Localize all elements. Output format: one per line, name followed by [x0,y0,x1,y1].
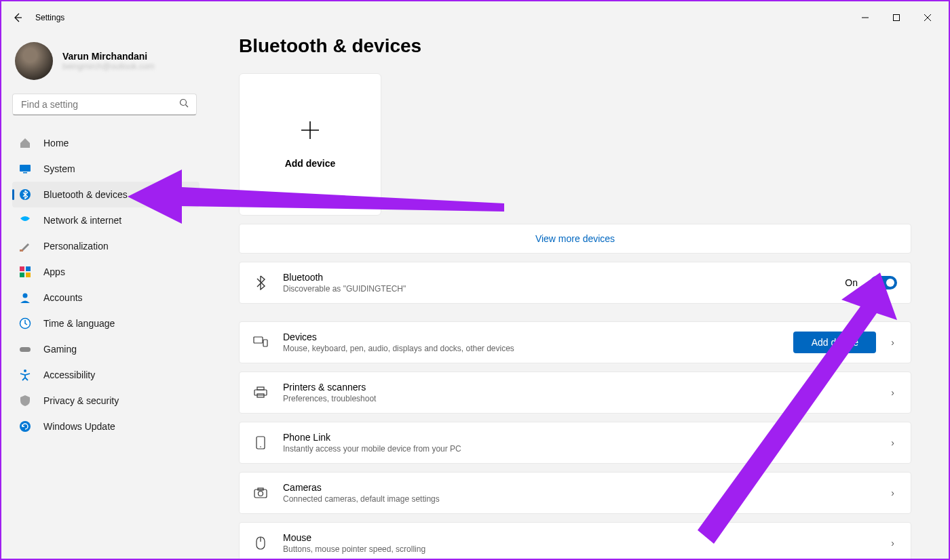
bluetooth-panel: Bluetooth Discoverable as "GUIDINGTECH" … [239,262,911,304]
svg-rect-6 [20,266,24,271]
arrow-left-icon [12,12,23,23]
panel-subtitle: Buttons, mouse pointer speed, scrolling [283,544,873,554]
sidebar-item-system[interactable]: System [12,156,200,182]
svg-rect-15 [254,337,263,343]
sidebar-item-apps[interactable]: Apps [12,259,200,285]
sync-icon [19,420,31,433]
sidebar-item-network[interactable]: Network & internet [12,207,200,233]
sidebar-item-privacy[interactable]: Privacy & security [12,388,200,414]
svg-rect-12 [20,347,31,352]
wifi-icon [19,214,31,226]
monitor-icon [19,163,31,175]
devices-panel[interactable]: Devices Mouse, keyboard, pen, audio, dis… [239,321,911,363]
svg-rect-18 [254,390,267,395]
svg-rect-9 [26,273,31,277]
chevron-right-icon: › [888,487,897,498]
sidebar-item-label: Bluetooth & devices [43,189,128,200]
panel-title: Cameras [283,482,873,493]
brush-icon [19,240,31,252]
close-button[interactable] [912,7,943,28]
sidebar-item-bluetooth[interactable]: Bluetooth & devices [12,182,200,207]
panel-subtitle: Connected cameras, default image setting… [283,494,873,504]
sidebar-item-label: Windows Update [43,421,115,432]
add-device-card[interactable]: Add device [239,73,381,216]
add-device-button[interactable]: Add device [793,332,876,353]
window-title: Settings [35,13,64,22]
sidebar-item-label: Time & language [43,318,115,329]
sidebar-item-update[interactable]: Windows Update [12,414,200,439]
printer-icon [253,386,268,399]
profile-email: beingmirch@outlook.com [62,62,155,71]
svg-rect-8 [20,273,24,277]
svg-rect-7 [26,266,31,271]
shield-icon [19,395,31,407]
phone-icon [253,436,268,449]
bluetooth-state-label: On [845,277,858,288]
titlebar: Settings [1,1,949,34]
sidebar-item-label: Home [43,138,69,148]
panel-subtitle: Instantly access your mobile device from… [283,444,873,454]
search-icon [179,98,189,111]
minimize-icon [862,14,869,21]
chevron-right-icon: › [888,387,897,398]
clock-globe-icon [19,317,31,329]
svg-point-23 [259,492,263,496]
profile-name: Varun Mirchandani [62,51,155,62]
plus-icon [300,120,320,146]
back-button[interactable] [7,7,28,28]
svg-point-10 [23,294,28,298]
sidebar-item-label: Accessibility [43,369,95,380]
svg-rect-2 [20,165,31,172]
devices-subtitle: Mouse, keyboard, pen, audio, displays an… [283,344,778,353]
printers-panel[interactable]: Printers & scanners Preferences, trouble… [239,372,911,414]
devices-icon [253,336,268,348]
svg-rect-0 [894,15,900,21]
panel-title: Phone Link [283,432,873,443]
sidebar-item-accounts[interactable]: Accounts [12,285,200,311]
maximize-button[interactable] [881,7,912,28]
devices-title: Devices [283,332,778,342]
view-more-devices-link[interactable]: View more devices [239,224,911,254]
svg-rect-22 [254,489,267,498]
sidebar-item-gaming[interactable]: Gaming [12,336,200,362]
mouse-panel[interactable]: Mouse Buttons, mouse pointer speed, scro… [239,522,911,559]
sidebar-item-label: Gaming [43,344,77,355]
svg-rect-5 [20,249,23,252]
search-input[interactable] [12,94,197,115]
phone-link-panel[interactable]: Phone Link Instantly access your mobile … [239,422,911,464]
sidebar: Varun Mirchandani beingmirch@outlook.com… [1,34,212,559]
sidebar-item-home[interactable]: Home [12,130,200,156]
svg-rect-16 [263,340,267,346]
sidebar-item-label: Privacy & security [43,395,119,406]
apps-icon [19,266,31,278]
camera-icon [253,487,268,498]
add-device-label: Add device [285,158,336,169]
bluetooth-subtitle: Discoverable as "GUIDINGTECH" [283,284,830,294]
svg-rect-3 [23,172,27,174]
svg-point-14 [20,421,31,432]
mouse-icon [253,536,268,550]
svg-point-21 [260,446,261,447]
chevron-right-icon: › [888,437,897,448]
avatar [15,42,53,80]
bluetooth-toggle[interactable] [870,276,897,289]
sidebar-item-accessibility[interactable]: Accessibility [12,362,200,388]
panel-title: Printers & scanners [283,382,873,393]
chevron-right-icon: › [888,337,897,348]
sidebar-item-label: Accounts [43,292,83,303]
cameras-panel[interactable]: Cameras Connected cameras, default image… [239,472,911,514]
sidebar-item-label: Network & internet [43,215,121,226]
bluetooth-title: Bluetooth [283,272,830,283]
minimize-button[interactable] [850,7,881,28]
sidebar-item-personalization[interactable]: Personalization [12,233,200,259]
maximize-icon [893,14,900,21]
page-title: Bluetooth & devices [239,35,911,57]
panel-subtitle: Preferences, troubleshoot [283,394,873,403]
sidebar-item-time[interactable]: Time & language [12,311,200,336]
profile-link[interactable]: Varun Mirchandani beingmirch@outlook.com [12,37,212,94]
svg-point-13 [24,369,26,372]
svg-point-1 [180,100,187,106]
sidebar-item-label: Personalization [43,241,109,252]
sidebar-item-label: Apps [43,266,65,277]
chevron-right-icon: › [888,538,897,548]
